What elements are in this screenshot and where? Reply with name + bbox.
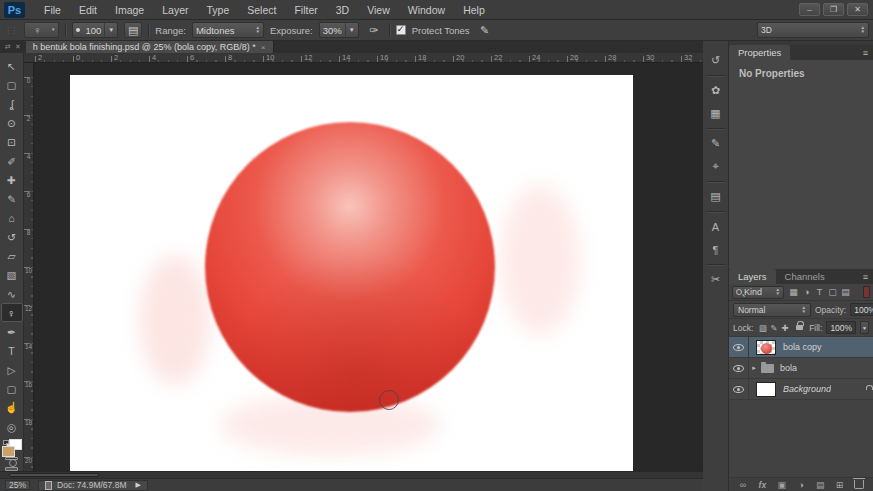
link-layers-icon[interactable]: ∞: [738, 480, 748, 490]
quick-mask-button[interactable]: [5, 457, 18, 461]
menu-item[interactable]: Image: [106, 0, 153, 19]
rectangular-marquee-tool[interactable]: ▢: [1, 75, 23, 94]
new-group-icon[interactable]: ▤: [815, 480, 825, 490]
menu-item[interactable]: View: [358, 0, 399, 19]
layer-thumbnail[interactable]: [756, 382, 776, 397]
menu-item[interactable]: Help: [454, 0, 494, 19]
options-grip-handle[interactable]: ⋮⋮: [4, 26, 16, 35]
minimize-button[interactable]: –: [799, 3, 820, 16]
filter-kind-select[interactable]: Kind ▲▼: [732, 286, 784, 299]
group-expand-icon[interactable]: ▸: [749, 364, 759, 372]
visibility-toggle[interactable]: [729, 379, 749, 399]
new-adjustment-layer-icon[interactable]: ◑: [796, 480, 806, 490]
range-select[interactable]: Midtones ▲▼: [192, 22, 264, 38]
gradient-tool[interactable]: ▧: [1, 265, 23, 284]
menu-item[interactable]: Select: [238, 0, 285, 19]
layer-comps-panel-icon[interactable]: ▤: [706, 187, 726, 206]
color-panel-icon[interactable]: ✿: [706, 81, 726, 100]
lock-transparency-icon[interactable]: ▨: [757, 322, 768, 334]
history-panel-icon[interactable]: ↺: [706, 51, 726, 70]
brush-panel-icon[interactable]: ✎: [706, 134, 726, 153]
airbrush-toggle-icon[interactable]: ✑: [365, 22, 383, 38]
workspace-switcher[interactable]: 3D ▲▼: [757, 22, 869, 38]
document-tab[interactable]: h bentuk bola finishing.psd @ 25% (bola …: [26, 41, 274, 53]
scrollbar-thumb[interactable]: [9, 473, 99, 477]
brush-tool[interactable]: ✎: [1, 189, 23, 208]
history-brush-tool[interactable]: ↺: [1, 227, 23, 246]
horizontal-scrollbar[interactable]: [0, 471, 703, 478]
filter-type-layers-icon[interactable]: T: [813, 286, 826, 299]
layer-row-bola-group[interactable]: ▸ bola: [729, 358, 873, 379]
layer-thumbnail[interactable]: [756, 340, 776, 355]
tab-properties[interactable]: Properties: [729, 45, 790, 60]
tab-scroll-icon[interactable]: ⇄: [5, 43, 11, 51]
zoom-level-field[interactable]: 25%: [5, 480, 30, 490]
menu-item[interactable]: Edit: [70, 0, 106, 19]
spot-healing-tool[interactable]: ✚: [1, 170, 23, 189]
document-info-field[interactable]: Doc: 74.9M/67.8M ▶: [38, 480, 148, 491]
restore-button[interactable]: ❐: [823, 3, 844, 16]
tool-preset-picker[interactable]: ♀ ▼: [24, 22, 59, 38]
paragraph-panel-icon[interactable]: ¶: [706, 240, 726, 259]
menu-item[interactable]: Layer: [153, 0, 197, 19]
tab-close-icon[interactable]: ×: [261, 43, 266, 52]
shape-tool[interactable]: ▢: [1, 379, 23, 398]
lock-all-icon[interactable]: [794, 322, 805, 334]
visibility-toggle[interactable]: [729, 337, 749, 357]
blend-mode-select[interactable]: Normal ▲▼: [733, 303, 811, 317]
add-layer-mask-icon[interactable]: ▣: [777, 480, 787, 490]
move-tool[interactable]: ↖: [1, 56, 23, 75]
pasteboard[interactable]: [34, 63, 703, 471]
panel-menu-icon[interactable]: ≡: [858, 269, 873, 284]
menu-item[interactable]: File: [35, 0, 70, 19]
adjustments-panel-icon[interactable]: ▦: [706, 104, 726, 123]
tab-layers[interactable]: Layers: [729, 269, 776, 284]
crop-tool[interactable]: ⊡: [1, 132, 23, 151]
clone-source-panel-icon[interactable]: ⌖: [706, 157, 726, 176]
tab-bar-close-icon[interactable]: ✕: [15, 43, 21, 51]
layer-name[interactable]: bola copy: [783, 342, 822, 352]
fill-field[interactable]: 100%: [826, 321, 856, 334]
smudge-tool[interactable]: ∿: [1, 284, 23, 303]
tab-channels[interactable]: Channels: [776, 269, 834, 284]
filter-smart-objects-icon[interactable]: ▤: [839, 286, 852, 299]
fill-dropdown-arrow-icon[interactable]: ▼: [860, 321, 869, 334]
exposure-select[interactable]: 30% ▼: [319, 22, 359, 38]
dodge-tool[interactable]: ♀: [1, 303, 23, 322]
path-selection-tool[interactable]: ▷: [1, 360, 23, 379]
menu-item[interactable]: Window: [399, 0, 454, 19]
visibility-toggle[interactable]: [729, 358, 749, 378]
pressure-toggle-icon[interactable]: ✎: [476, 22, 494, 38]
canvas[interactable]: [70, 75, 633, 471]
status-options-arrow-icon[interactable]: ▶: [135, 481, 140, 489]
eyedropper-tool[interactable]: ✐: [1, 151, 23, 170]
menu-item[interactable]: Type: [197, 0, 238, 19]
panel-menu-icon[interactable]: ≡: [858, 45, 873, 60]
layer-row-bola-copy[interactable]: bola copy: [729, 337, 873, 358]
filter-pixel-layers-icon[interactable]: ▦: [787, 286, 800, 299]
horizontal-ruler[interactable]: 202468101214161820222426283032: [24, 53, 703, 63]
hand-tool[interactable]: ☝: [1, 398, 23, 417]
zoom-tool[interactable]: ◎: [1, 417, 23, 436]
filter-adjustment-layers-icon[interactable]: ◑: [800, 286, 813, 299]
brush-size-picker[interactable]: 100 ▼: [72, 22, 118, 38]
opacity-field[interactable]: 100%: [850, 303, 873, 316]
vertical-ruler[interactable]: 02468101214161820: [24, 63, 34, 471]
menu-item[interactable]: 3D: [327, 0, 358, 19]
tool-presets-panel-icon[interactable]: ✂: [706, 270, 726, 289]
layer-effects-icon[interactable]: fx: [757, 480, 767, 490]
character-panel-icon[interactable]: A: [706, 217, 726, 236]
layer-name[interactable]: Background: [783, 384, 831, 394]
new-layer-icon[interactable]: ⊞: [835, 480, 845, 490]
filter-toggle-switch[interactable]: [863, 286, 870, 298]
filter-shape-layers-icon[interactable]: ▢: [826, 286, 839, 299]
menu-item[interactable]: Filter: [285, 0, 326, 19]
toggle-brush-panel-button[interactable]: ▤: [124, 22, 142, 38]
delete-layer-icon[interactable]: [854, 480, 864, 489]
close-button[interactable]: ✕: [847, 3, 868, 16]
lock-position-icon[interactable]: ✚: [779, 322, 790, 334]
layer-name[interactable]: bola: [780, 363, 797, 373]
pen-tool[interactable]: ✒: [1, 322, 23, 341]
lock-pixels-icon[interactable]: ✎: [768, 322, 779, 334]
foreground-color-swatch[interactable]: [2, 446, 15, 457]
